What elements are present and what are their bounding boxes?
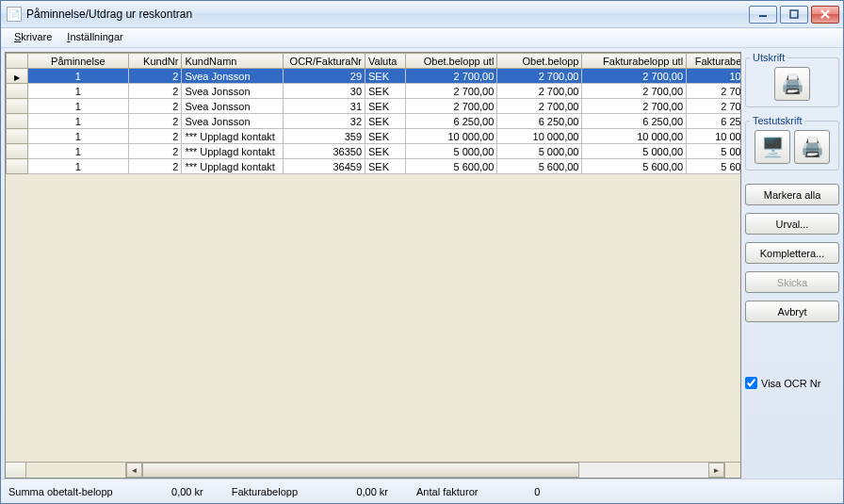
cell-kundnamn[interactable]: *** Upplagd kontakt (182, 159, 284, 174)
print-button[interactable]: 🖨️ (774, 67, 810, 101)
col-obet[interactable]: Obet.belopp (497, 54, 582, 69)
cell-fakturabelopp[interactable]: 10 000,0 (687, 129, 740, 144)
cell-obet-utl[interactable]: 6 250,00 (406, 114, 497, 129)
cell-ocr[interactable]: 36459 (283, 159, 365, 174)
cell-obet-utl[interactable]: 2 700,00 (406, 99, 497, 114)
close-button[interactable] (811, 6, 839, 24)
table-row[interactable]: 12*** Upplagd kontakt359SEK10 000,0010 0… (7, 129, 741, 144)
cell-fakturabelopp[interactable]: 6 250,0 (687, 114, 740, 129)
cell-paminnelse[interactable]: 1 (27, 159, 129, 174)
menu-installningar[interactable]: Inställningar (59, 28, 130, 47)
cell-kundnr[interactable]: 2 (129, 159, 182, 174)
cell-obet[interactable]: 6 250,00 (497, 114, 582, 129)
table-row[interactable]: 12*** Upplagd kontakt36350SEK5 000,005 0… (7, 144, 741, 159)
cell-paminnelse[interactable]: 1 (27, 99, 129, 114)
avbryt-button[interactable]: Avbryt (745, 301, 839, 322)
data-grid[interactable]: Påminnelse KundNr KundNamn OCR/FakturaNr… (5, 52, 741, 479)
cell-fakturabelopp[interactable]: 100,0 (687, 69, 740, 84)
cell-valuta[interactable]: SEK (365, 144, 406, 159)
cell-kundnr[interactable]: 2 (129, 99, 182, 114)
scroll-right-button[interactable]: ► (708, 463, 724, 478)
col-fakturabelopp[interactable]: Fakturabelop (687, 54, 740, 69)
maximize-button[interactable] (780, 6, 808, 24)
col-valuta[interactable]: Valuta (365, 54, 406, 69)
table-row[interactable]: 12Svea Jonsson29SEK2 700,002 700,002 700… (7, 69, 741, 84)
cell-fakturabelopp-utl[interactable]: 2 700,00 (582, 84, 687, 99)
cell-fakturabelopp[interactable]: 2 700,0 (687, 99, 740, 114)
cell-obet-utl[interactable]: 5 600,00 (406, 159, 497, 174)
col-fakturabelopp-utl[interactable]: Fakturabelopp utl (582, 54, 687, 69)
cell-paminnelse[interactable]: 1 (27, 69, 129, 84)
cell-fakturabelopp-utl[interactable]: 5 600,00 (582, 159, 687, 174)
table-row[interactable]: 12Svea Jonsson32SEK6 250,006 250,006 250… (7, 114, 741, 129)
cell-valuta[interactable]: SEK (365, 129, 406, 144)
cell-kundnamn[interactable]: Svea Jonsson (182, 99, 284, 114)
menu-skrivare[interactable]: Skrivare (7, 28, 59, 47)
cell-paminnelse[interactable]: 1 (27, 144, 129, 159)
cell-obet[interactable]: 2 700,00 (497, 84, 582, 99)
cell-ocr[interactable]: 36350 (283, 144, 365, 159)
col-ocr[interactable]: OCR/FakturaNr (283, 54, 365, 69)
cell-ocr[interactable]: 32 (283, 114, 365, 129)
cell-obet[interactable]: 5 000,00 (497, 144, 582, 159)
row-header[interactable] (7, 144, 28, 159)
cell-valuta[interactable]: SEK (365, 84, 406, 99)
cell-kundnamn[interactable]: Svea Jonsson (182, 69, 284, 84)
table-row[interactable]: 12Svea Jonsson31SEK2 700,002 700,002 700… (7, 99, 741, 114)
col-obet-utl[interactable]: Obet.belopp utl (406, 54, 497, 69)
col-kundnr[interactable]: KundNr (129, 54, 182, 69)
cell-obet[interactable]: 2 700,00 (497, 69, 582, 84)
cell-fakturabelopp[interactable]: 5 600,0 (687, 159, 740, 174)
cell-kundnamn[interactable]: Svea Jonsson (182, 84, 284, 99)
cell-kundnamn[interactable]: *** Upplagd kontakt (182, 129, 284, 144)
cell-fakturabelopp-utl[interactable]: 10 000,00 (582, 129, 687, 144)
urval-button[interactable]: Urval... (745, 213, 839, 235)
cell-valuta[interactable]: SEK (365, 159, 406, 174)
titlebar[interactable]: 📄 Påminnelse/Utdrag ur reskontran (1, 1, 843, 28)
minimize-button[interactable] (749, 6, 777, 24)
cell-kundnamn[interactable]: Svea Jonsson (182, 114, 284, 129)
cell-kundnr[interactable]: 2 (129, 69, 182, 84)
row-header[interactable] (7, 129, 28, 144)
cell-fakturabelopp-utl[interactable]: 6 250,00 (582, 114, 687, 129)
cell-ocr[interactable]: 31 (283, 99, 365, 114)
komplettera-button[interactable]: Komplettera... (745, 242, 839, 264)
cell-obet-utl[interactable]: 5 000,00 (406, 144, 497, 159)
cell-ocr[interactable]: 30 (283, 84, 365, 99)
cell-fakturabelopp[interactable]: 2 700,0 (687, 84, 740, 99)
cell-obet-utl[interactable]: 2 700,00 (406, 84, 497, 99)
cell-obet-utl[interactable]: 10 000,00 (406, 129, 497, 144)
cell-paminnelse[interactable]: 1 (27, 84, 129, 99)
col-kundnamn[interactable]: KundNamn (182, 54, 284, 69)
cell-obet[interactable]: 2 700,00 (497, 99, 582, 114)
cell-kundnamn[interactable]: *** Upplagd kontakt (182, 144, 284, 159)
cell-kundnr[interactable]: 2 (129, 114, 182, 129)
cell-valuta[interactable]: SEK (365, 69, 406, 84)
cell-valuta[interactable]: SEK (365, 114, 406, 129)
scroll-left-button[interactable]: ◄ (126, 463, 142, 478)
preview-button[interactable]: 🖥️ (755, 130, 790, 164)
row-header[interactable] (7, 69, 28, 84)
scroll-thumb[interactable] (142, 463, 579, 478)
cell-ocr[interactable]: 359 (283, 129, 365, 144)
skicka-button[interactable]: Skicka (745, 271, 839, 293)
cell-fakturabelopp-utl[interactable]: 5 000,00 (582, 144, 687, 159)
cell-paminnelse[interactable]: 1 (27, 129, 129, 144)
test-print-button[interactable]: 🖨️ (794, 130, 830, 164)
cell-fakturabelopp[interactable]: 5 000,0 (687, 144, 740, 159)
grid-corner[interactable] (7, 54, 28, 69)
cell-fakturabelopp-utl[interactable]: 2 700,00 (582, 99, 687, 114)
col-paminnelse[interactable]: Påminnelse (27, 54, 129, 69)
cell-valuta[interactable]: SEK (365, 99, 406, 114)
cell-fakturabelopp-utl[interactable]: 2 700,00 (582, 69, 687, 84)
row-header[interactable] (7, 114, 28, 129)
horizontal-scrollbar[interactable]: ◄ ► (6, 462, 740, 478)
cell-paminnelse[interactable]: 1 (27, 114, 129, 129)
row-header[interactable] (7, 159, 28, 174)
cell-obet-utl[interactable]: 2 700,00 (406, 69, 497, 84)
cell-obet[interactable]: 5 600,00 (497, 159, 582, 174)
row-header[interactable] (7, 99, 28, 114)
cell-ocr[interactable]: 29 (283, 69, 365, 84)
cell-kundnr[interactable]: 2 (129, 129, 182, 144)
markera-alla-button[interactable]: Markera alla (745, 184, 839, 205)
